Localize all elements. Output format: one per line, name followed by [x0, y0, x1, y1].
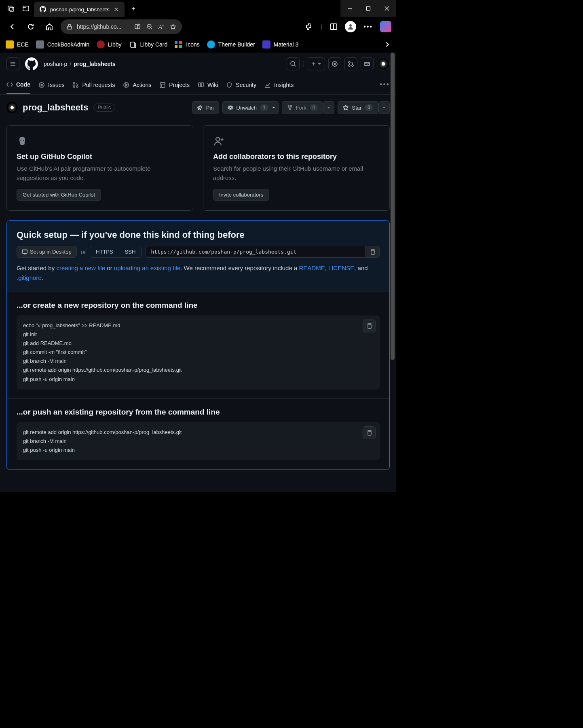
svg-point-29 [41, 84, 42, 86]
extensions-icon[interactable] [305, 23, 313, 31]
create-new-file-link[interactable]: creating a new file [56, 265, 105, 271]
svg-rect-45 [368, 325, 371, 328]
refresh-button[interactable] [23, 19, 38, 34]
address-bar[interactable]: https://github.co... A» [61, 19, 182, 34]
search-button[interactable] [287, 57, 300, 70]
bookmark-cookbookadmin[interactable]: CookBookAdmin [36, 40, 89, 49]
unwatch-button[interactable]: Unwatch1 [222, 101, 279, 114]
copy-icon [366, 323, 372, 329]
clone-url-input[interactable] [146, 246, 365, 258]
bookmark-libby[interactable]: Libby [97, 40, 121, 49]
zoom-out-icon[interactable] [146, 23, 153, 30]
tab-overview-icon[interactable] [21, 4, 31, 13]
star-dropdown[interactable] [378, 101, 390, 114]
window-controls [340, 0, 396, 17]
minimize-button[interactable] [340, 0, 359, 17]
copy-url-button[interactable] [365, 246, 380, 258]
profile-button[interactable] [345, 21, 356, 32]
home-button[interactable] [42, 19, 57, 34]
nav-actions[interactable]: Actions [123, 75, 151, 94]
copy-push-code-button[interactable] [363, 426, 376, 439]
pin-button[interactable]: Pin [192, 101, 219, 114]
upload-existing-file-link[interactable]: uploading an existing file [114, 265, 180, 271]
svg-point-30 [73, 83, 75, 84]
window-titlebar: poshan-p/prog_labsheets ✕ ＋ [0, 0, 396, 17]
github-logo-icon[interactable] [25, 57, 38, 70]
fork-dropdown[interactable] [323, 101, 334, 114]
copy-icon [370, 249, 375, 255]
menu-button[interactable]: ••• [363, 23, 373, 30]
create-new-button[interactable]: + [308, 57, 325, 70]
invite-collaborators-button[interactable]: Invite collaborators [213, 189, 269, 201]
copilot-card-desc: Use GitHub's AI pair programmer to autoc… [17, 164, 183, 182]
bookmark-theme-builder[interactable]: Theme Builder [207, 40, 255, 49]
fork-button[interactable]: Fork0 [282, 101, 323, 114]
user-avatar[interactable] [377, 57, 390, 70]
repo-name: prog_labsheets [23, 102, 89, 113]
svg-rect-1 [10, 7, 14, 11]
ssh-button[interactable]: SSH [119, 246, 142, 257]
bookmark-icons[interactable]: Icons [175, 40, 199, 49]
nav-wiki[interactable]: Wiki [198, 75, 218, 94]
split-screen-icon[interactable] [134, 23, 141, 30]
pull-requests-header-button[interactable] [344, 57, 357, 70]
svg-point-24 [334, 63, 336, 65]
scrollbar[interactable] [391, 53, 395, 492]
create-repo-code[interactable]: echo "# prog_labsheets" >> README.md git… [17, 315, 380, 389]
hamburger-menu-button[interactable] [6, 57, 19, 70]
nav-more-button[interactable]: ••• [380, 80, 390, 89]
bookmark-material-3[interactable]: Material 3 [262, 40, 298, 49]
svg-rect-34 [160, 83, 165, 87]
collaborators-card: Add collaborators to this repository Sea… [203, 125, 390, 211]
readme-link[interactable]: README [299, 265, 325, 271]
sidebar-icon[interactable] [330, 23, 338, 31]
quick-setup-title: Quick setup — if you've done this kind o… [17, 230, 380, 240]
copilot-get-started-button[interactable]: Get started with GitHub Copilot [17, 189, 101, 201]
gitignore-link[interactable]: .gitignore [17, 274, 42, 281]
desktop-icon [22, 249, 27, 255]
copilot-sidebar-icon[interactable] [380, 21, 391, 32]
setup-in-desktop-button[interactable]: Set up in Desktop [17, 246, 77, 258]
workspaces-icon[interactable] [6, 4, 16, 13]
nav-insights[interactable]: Insights [264, 75, 294, 94]
issues-header-button[interactable] [328, 57, 341, 70]
close-window-button[interactable] [378, 0, 396, 17]
bookmark-ece[interactable]: ECE [6, 40, 29, 49]
quick-setup-box: Quick setup — if you've done this kind o… [6, 220, 390, 470]
browser-tab-active[interactable]: poshan-p/prog_labsheets ✕ [34, 2, 125, 17]
nav-pull-requests[interactable]: Pull requests [72, 75, 115, 94]
add-person-icon [213, 135, 380, 147]
breadcrumb-owner[interactable]: poshan-p [44, 61, 67, 67]
breadcrumb-repo[interactable]: prog_labsheets [74, 61, 115, 67]
scrollbar-thumb[interactable] [391, 53, 395, 360]
read-aloud-icon[interactable]: A» [158, 23, 164, 30]
svg-point-27 [352, 65, 353, 66]
nav-security[interactable]: Security [226, 75, 256, 94]
nav-projects[interactable]: Projects [159, 75, 190, 94]
star-icon [343, 105, 349, 110]
fork-icon [287, 105, 293, 110]
nav-issues[interactable]: Issues [38, 75, 64, 94]
tab-title: poshan-p/prog_labsheets [50, 6, 110, 13]
license-link[interactable]: LICENSE [328, 265, 354, 271]
maximize-button[interactable] [359, 0, 378, 17]
collab-card-title: Add collaborators to this repository [213, 152, 380, 161]
svg-point-41 [216, 138, 220, 141]
repo-owner-avatar [6, 102, 18, 113]
svg-rect-17 [131, 42, 135, 47]
favorite-icon[interactable] [170, 23, 176, 30]
bookmarks-overflow-icon[interactable] [384, 41, 391, 48]
push-repo-code[interactable]: git remote add origin https://github.com… [17, 422, 380, 460]
tab-close-icon[interactable]: ✕ [114, 6, 119, 13]
notifications-button[interactable] [361, 57, 374, 70]
repo-title-row: prog_labsheets Public Pin Unwatch1 Fork0… [0, 95, 396, 121]
copy-create-code-button[interactable] [363, 320, 376, 332]
star-button[interactable]: Star0 [338, 101, 378, 114]
bookmark-libby-card[interactable]: Libby Card [129, 40, 168, 49]
bookmarks-bar: ECE CookBookAdmin Libby Libby Card Icons… [0, 36, 396, 53]
https-button[interactable]: HTTPS [90, 246, 119, 257]
quick-setup-text: Get started by creating a new file or up… [17, 263, 380, 283]
back-button[interactable] [5, 19, 19, 34]
nav-code[interactable]: Code [6, 75, 30, 94]
new-tab-button[interactable]: ＋ [127, 2, 140, 15]
